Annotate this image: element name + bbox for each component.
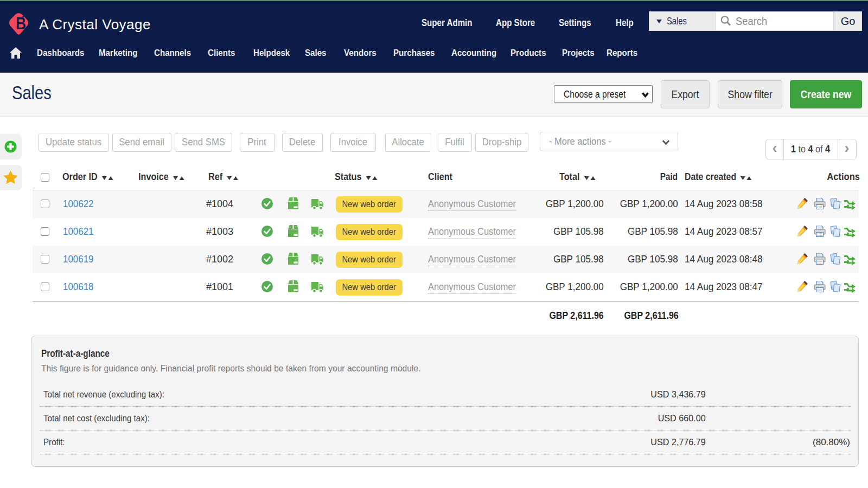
svg-text:B: B (16, 14, 26, 33)
